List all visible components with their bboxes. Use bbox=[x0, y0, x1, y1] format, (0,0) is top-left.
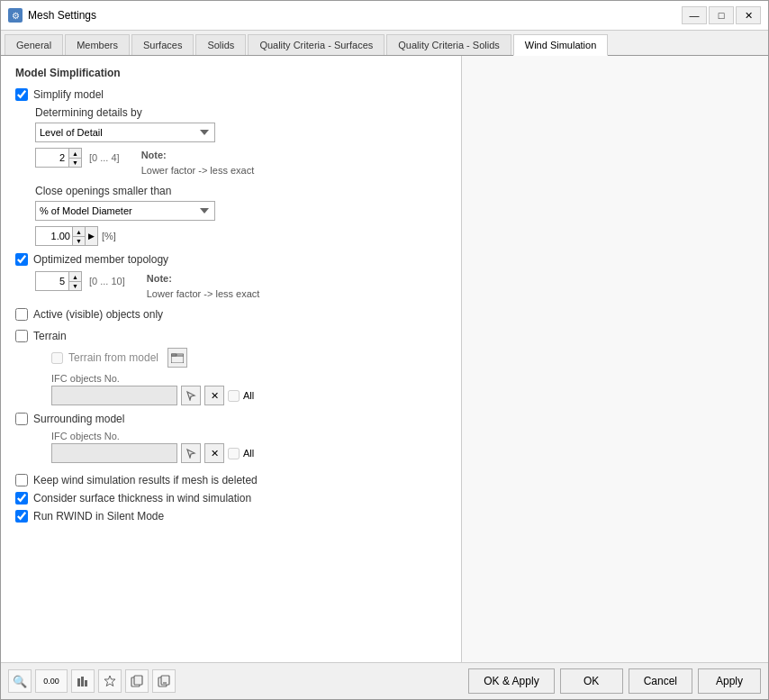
title-bar: ⚙ Mesh Settings — □ ✕ bbox=[1, 1, 768, 31]
close-openings-dropdown-row: % of Model Diameter Absolute bbox=[35, 201, 447, 221]
apply-button[interactable]: Apply bbox=[698, 668, 761, 694]
optimized-note-text: Lower factor -> less exact bbox=[147, 286, 260, 302]
level-detail-input[interactable] bbox=[36, 149, 68, 167]
terrain-label: Terrain bbox=[33, 330, 67, 342]
level-detail-note: Note: Lower factor -> less exact bbox=[134, 148, 255, 177]
level-detail-range: [0 ... 4] bbox=[89, 152, 120, 163]
surrounding-all-row: All bbox=[228, 448, 254, 459]
optimized-topology-checkbox[interactable] bbox=[15, 253, 28, 266]
optimized-note-label: Note: bbox=[147, 271, 260, 286]
consider-surface-thickness-checkbox[interactable] bbox=[15, 492, 28, 505]
active-objects-label: Active (visible) objects only bbox=[33, 308, 163, 321]
terrain-ifc-pick-button[interactable] bbox=[181, 386, 201, 405]
spinner-buttons: ▲ ▼ bbox=[68, 149, 81, 167]
folder-icon bbox=[171, 352, 184, 363]
optimized-topology-row: Optimized member topology bbox=[15, 253, 447, 266]
close-button[interactable]: ✕ bbox=[736, 6, 761, 24]
keep-wind-results-row: Keep wind simulation results if mesh is … bbox=[15, 474, 447, 486]
percent-unit: [%] bbox=[102, 231, 116, 241]
terrain-checkbox[interactable] bbox=[15, 330, 28, 342]
active-objects-checkbox[interactable] bbox=[15, 308, 28, 321]
surrounding-all-checkbox[interactable] bbox=[228, 448, 240, 459]
surrounding-sub-section: IFC objects No. ✕ All bbox=[51, 431, 447, 463]
copy-button[interactable] bbox=[125, 669, 149, 693]
maximize-button[interactable]: □ bbox=[709, 6, 734, 24]
svg-rect-2 bbox=[77, 678, 80, 686]
spinner-up[interactable]: ▲ bbox=[68, 149, 81, 158]
terrain-sub-section: Terrain from model IFC objects No. bbox=[51, 348, 447, 405]
terrain-ifc-input-row: ✕ All bbox=[51, 386, 447, 405]
cursor-icon-2 bbox=[185, 448, 196, 459]
cursor-icon bbox=[185, 390, 196, 401]
terrain-from-model-label: Terrain from model bbox=[68, 351, 158, 364]
run-rwind-silent-checkbox[interactable] bbox=[15, 510, 28, 523]
run-rwind-silent-row: Run RWIND in Silent Mode bbox=[15, 510, 447, 523]
terrain-ifc-input[interactable] bbox=[51, 386, 177, 405]
optimized-spinner-up[interactable]: ▲ bbox=[68, 272, 81, 281]
content-area: Model Simplification Simplify model Dete… bbox=[1, 56, 768, 662]
tab-members[interactable]: Members bbox=[65, 34, 130, 55]
terrain-row: Terrain bbox=[15, 330, 447, 342]
search-tool-button[interactable]: 🔍 bbox=[8, 669, 32, 693]
optimized-input[interactable] bbox=[36, 272, 68, 290]
title-bar-controls: — □ ✕ bbox=[682, 6, 761, 24]
mesh-settings-window: ⚙ Mesh Settings — □ ✕ General Members Su… bbox=[0, 0, 769, 700]
tabs-bar: General Members Surfaces Solids Quality … bbox=[1, 31, 768, 56]
optimized-spinner: ▲ ▼ bbox=[35, 271, 82, 291]
svg-marker-5 bbox=[104, 676, 115, 686]
level-detail-note-label: Note: bbox=[141, 148, 255, 163]
value-display-button[interactable]: 0.00 bbox=[35, 669, 68, 693]
percent-step-fwd[interactable]: ▶ bbox=[85, 227, 97, 245]
left-panel: Model Simplification Simplify model Dete… bbox=[1, 56, 462, 662]
determining-details-dropdown[interactable]: Level of Detail Custom bbox=[35, 123, 215, 142]
tab-quality-criteria-surfaces[interactable]: Quality Criteria - Surfaces bbox=[248, 34, 384, 55]
optimized-range: [0 ... 10] bbox=[89, 276, 125, 286]
cancel-button[interactable]: Cancel bbox=[629, 668, 692, 694]
tab-wind-simulation[interactable]: Wind Simulation bbox=[513, 34, 608, 56]
tab-quality-criteria-solids[interactable]: Quality Criteria - Solids bbox=[386, 34, 511, 55]
surrounding-ifc-input[interactable] bbox=[51, 443, 177, 463]
minimize-button[interactable]: — bbox=[682, 6, 707, 24]
run-rwind-silent-label: Run RWIND in Silent Mode bbox=[33, 510, 164, 523]
surrounding-model-row: Surrounding model bbox=[15, 413, 447, 425]
terrain-ifc-label: IFC objects No. bbox=[51, 373, 447, 384]
spinner-down[interactable]: ▼ bbox=[68, 158, 81, 167]
keep-wind-results-checkbox[interactable] bbox=[15, 474, 28, 486]
surrounding-model-checkbox[interactable] bbox=[15, 413, 28, 425]
chart-icon bbox=[77, 675, 89, 687]
tab-general[interactable]: General bbox=[5, 34, 63, 55]
optimized-spinner-down[interactable]: ▼ bbox=[68, 281, 81, 290]
bottom-bar: 🔍 0.00 bbox=[1, 662, 768, 699]
terrain-file-button[interactable] bbox=[167, 348, 187, 368]
results-button[interactable] bbox=[71, 669, 95, 693]
export-button[interactable] bbox=[152, 669, 176, 693]
close-openings-label: Close openings smaller than bbox=[35, 185, 447, 197]
surrounding-ifc-label: IFC objects No. bbox=[51, 431, 447, 441]
optimized-spinner-buttons: ▲ ▼ bbox=[68, 272, 81, 290]
keep-wind-results-label: Keep wind simulation results if mesh is … bbox=[33, 474, 258, 486]
tab-solids[interactable]: Solids bbox=[195, 34, 246, 55]
window-title: Mesh Settings bbox=[28, 9, 676, 22]
tab-surfaces[interactable]: Surfaces bbox=[131, 34, 194, 55]
simplify-model-checkbox[interactable] bbox=[15, 88, 28, 101]
percent-input[interactable] bbox=[36, 227, 72, 245]
surrounding-ifc-input-row: ✕ All bbox=[51, 443, 447, 463]
bottom-icons: 🔍 0.00 bbox=[8, 669, 468, 693]
close-openings-dropdown[interactable]: % of Model Diameter Absolute bbox=[35, 201, 215, 221]
terrain-from-model-checkbox[interactable] bbox=[51, 352, 63, 364]
surrounding-ifc-pick-button[interactable] bbox=[181, 443, 201, 463]
bottom-actions: OK & Apply OK Cancel Apply bbox=[468, 668, 761, 694]
star-button[interactable] bbox=[98, 669, 122, 693]
terrain-ifc-clear-button[interactable]: ✕ bbox=[204, 386, 224, 405]
consider-surface-thickness-label: Consider surface thickness in wind simul… bbox=[33, 492, 251, 505]
terrain-all-checkbox[interactable] bbox=[228, 390, 240, 402]
terrain-from-model-row: Terrain from model bbox=[51, 348, 447, 368]
surrounding-model-label: Surrounding model bbox=[33, 413, 124, 425]
ok-button[interactable]: OK bbox=[560, 668, 623, 694]
percent-down[interactable]: ▼ bbox=[72, 236, 85, 245]
percent-up[interactable]: ▲ bbox=[72, 227, 85, 236]
surrounding-ifc-clear-button[interactable]: ✕ bbox=[204, 443, 224, 463]
ok-apply-button[interactable]: OK & Apply bbox=[468, 668, 554, 694]
export-icon bbox=[158, 675, 170, 687]
copy-icon bbox=[131, 675, 143, 687]
